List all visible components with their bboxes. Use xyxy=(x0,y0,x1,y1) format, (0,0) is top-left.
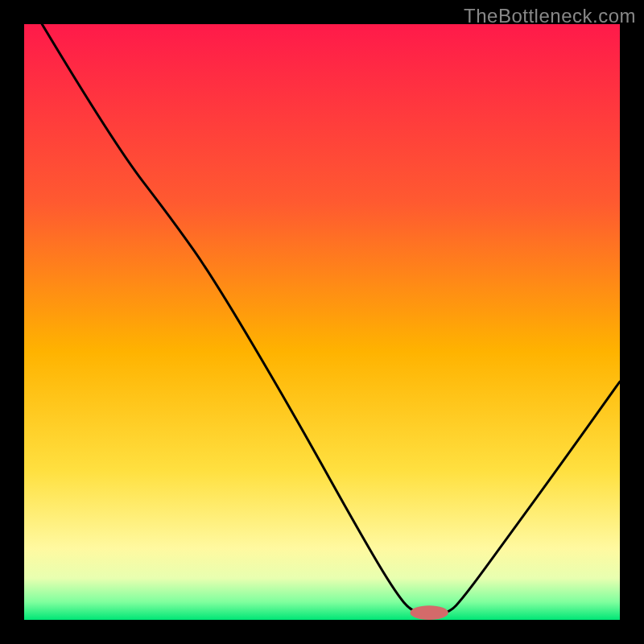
chart-plot-area xyxy=(24,24,620,620)
watermark-text: TheBottleneck.com xyxy=(464,5,636,27)
optimal-point-marker xyxy=(411,605,448,620)
chart-svg xyxy=(24,24,620,620)
gradient-background xyxy=(24,24,620,620)
